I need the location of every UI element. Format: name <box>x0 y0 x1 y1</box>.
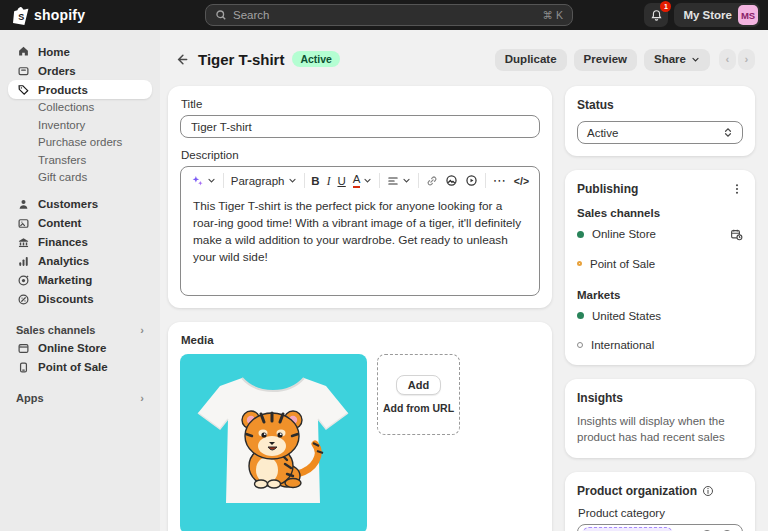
status-card-title: Status <box>577 98 614 112</box>
add-media-button[interactable]: Add <box>396 375 441 395</box>
product-image-tiger-tshirt[interactable] <box>180 354 367 531</box>
product-category-label: Product category <box>578 507 743 519</box>
sidebar-item-collections[interactable]: Collections <box>8 99 152 117</box>
sidebar-item-online-store[interactable]: Online Store <box>8 339 152 358</box>
link-icon <box>426 175 438 187</box>
description-editor: Paragraph B I U A <box>180 166 540 296</box>
play-circle-icon <box>465 174 478 187</box>
italic-button[interactable]: I <box>327 175 331 187</box>
store-name: My Store <box>683 9 732 21</box>
sales-channels-section[interactable]: Sales channels › <box>8 321 152 339</box>
title-description-card: Title Description Paragraph <box>168 86 552 308</box>
preview-button[interactable]: Preview <box>574 49 637 70</box>
avatar: MS <box>738 5 758 25</box>
select-caret-icon <box>723 127 733 138</box>
analytics-icon <box>16 255 30 268</box>
sidebar-item-purchase-orders[interactable]: Purchase orders <box>8 134 152 152</box>
sidebar-item-inventory[interactable]: Inventory <box>8 117 152 135</box>
toolbar-divider <box>304 173 305 188</box>
status-card: Status Active <box>565 86 755 156</box>
sidebar-item-content[interactable]: Content <box>8 214 152 233</box>
chevron-down-icon <box>402 176 411 185</box>
sidebar: Home Orders Products Collections Invento… <box>0 30 160 531</box>
point-of-sale-icon <box>16 361 30 374</box>
calendar-clock-icon <box>730 228 743 241</box>
schedule-button[interactable] <box>730 228 743 241</box>
align-left-icon <box>387 175 399 187</box>
channel-row-point-of-sale: Point of Sale <box>577 249 743 278</box>
inactive-status-dot <box>577 342 583 348</box>
orders-icon <box>16 64 30 77</box>
toolbar-divider <box>418 173 419 188</box>
title-input[interactable] <box>180 115 540 138</box>
bold-button[interactable]: B <box>311 175 319 187</box>
sidebar-item-customers[interactable]: Customers <box>8 195 152 214</box>
paragraph-style-dropdown[interactable]: Paragraph <box>231 175 297 187</box>
previous-product-button[interactable]: ‹ <box>719 49 736 70</box>
back-button[interactable] <box>170 48 192 70</box>
content-icon <box>16 217 30 230</box>
svg-text:S: S <box>18 11 24 21</box>
store-menu-button[interactable]: My Store MS <box>674 3 760 27</box>
notification-badge: 1 <box>660 1 671 12</box>
shopify-bag-icon: S <box>12 6 29 25</box>
sidebar-item-analytics[interactable]: Analytics <box>8 252 152 271</box>
more-formatting-button[interactable]: ⋯ <box>493 173 507 188</box>
topbar: S shopify Search ⌘ K 1 My Store MS <box>0 0 768 30</box>
underline-button[interactable]: U <box>337 175 345 187</box>
editor-toolbar: Paragraph B I U A <box>181 167 539 190</box>
show-html-button[interactable]: </> <box>514 175 529 187</box>
finances-icon <box>16 236 30 249</box>
status-badge: Active <box>292 51 340 67</box>
share-button[interactable]: Share <box>644 49 710 70</box>
insert-link-button[interactable] <box>426 175 438 187</box>
search-input[interactable]: Search ⌘ K <box>205 4 573 26</box>
page-header: Tiger T-shirt Active Duplicate Preview S… <box>170 48 755 70</box>
publishing-title: Publishing <box>577 182 638 196</box>
product-category-input[interactable]: Shirts & Tops <box>577 524 743 531</box>
insights-body: Insights will display when the product h… <box>577 413 743 446</box>
discounts-icon <box>16 293 30 306</box>
sidebar-item-finances[interactable]: Finances <box>8 233 152 252</box>
sparkle-icon <box>191 174 204 187</box>
chevron-down-icon <box>691 55 700 64</box>
search-shortcut: ⌘ K <box>543 9 563 21</box>
sidebar-item-marketing[interactable]: Marketing <box>8 271 152 290</box>
kebab-menu-icon[interactable] <box>731 183 743 195</box>
description-textarea[interactable]: This Tiger T-shirt is the perfect pick f… <box>181 190 539 295</box>
sidebar-item-discounts[interactable]: Discounts <box>8 290 152 309</box>
magic-text-button[interactable] <box>191 174 216 187</box>
toolbar-divider <box>485 173 486 188</box>
insert-video-button[interactable] <box>465 174 478 187</box>
marketing-icon <box>16 274 30 287</box>
shopify-logo[interactable]: S shopify <box>0 6 85 25</box>
active-status-dot <box>577 231 584 238</box>
toolbar-divider <box>223 173 224 188</box>
add-from-url-button[interactable]: Add from URL <box>383 402 454 414</box>
sidebar-item-home[interactable]: Home <box>8 42 152 61</box>
next-product-button[interactable]: › <box>738 49 755 70</box>
media-add-dropzone[interactable]: Add Add from URL <box>377 354 460 435</box>
sidebar-item-transfers[interactable]: Transfers <box>8 152 152 170</box>
chevron-down-icon <box>207 176 216 185</box>
market-row-united-states: United States <box>577 301 743 330</box>
sidebar-item-gift-cards[interactable]: Gift cards <box>8 169 152 187</box>
alignment-button[interactable] <box>387 175 411 187</box>
toolbar-divider <box>379 173 380 188</box>
notifications-button[interactable]: 1 <box>644 3 668 27</box>
text-color-button[interactable]: A <box>353 173 373 188</box>
chevron-right-icon: › <box>140 392 144 404</box>
sidebar-item-point-of-sale[interactable]: Point of Sale <box>8 358 152 377</box>
search-icon <box>215 9 227 21</box>
duplicate-button[interactable]: Duplicate <box>495 49 567 70</box>
product-organization-card: Product organization Product category Sh… <box>565 472 755 531</box>
info-icon[interactable] <box>702 485 714 497</box>
status-select[interactable]: Active <box>577 121 743 144</box>
sidebar-item-products[interactable]: Products <box>8 80 152 99</box>
insert-image-button[interactable] <box>445 174 458 187</box>
chevron-down-icon <box>363 176 372 185</box>
sidebar-item-orders[interactable]: Orders <box>8 61 152 80</box>
image-icon <box>445 174 458 187</box>
category-chip[interactable]: Shirts & Tops <box>582 527 673 531</box>
apps-section[interactable]: Apps › <box>8 389 152 407</box>
